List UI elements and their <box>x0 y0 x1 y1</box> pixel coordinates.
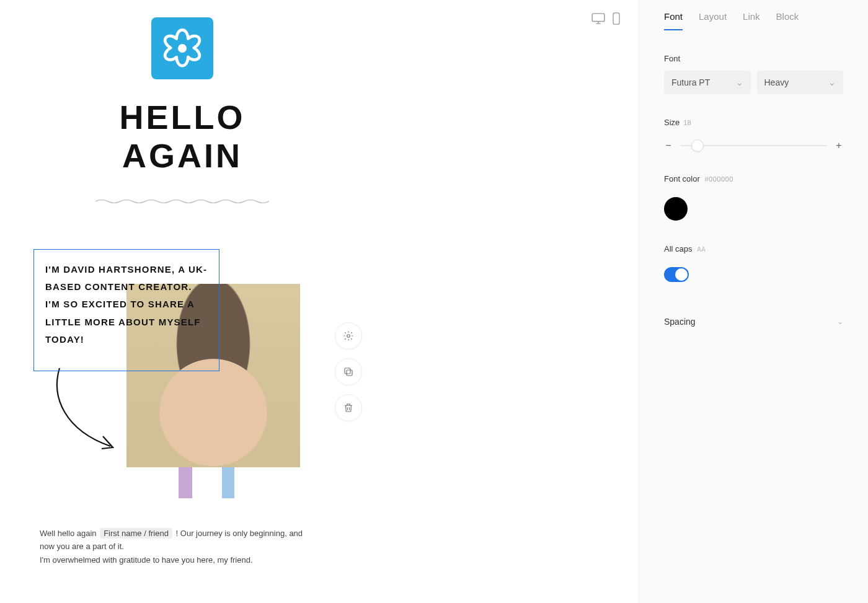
properties-sidebar: Font Layout Link Block Font Futura PT ⌄ … <box>639 0 868 603</box>
merge-tag[interactable]: First name / friend <box>100 528 172 539</box>
font-weight-value: Heavy <box>764 77 789 87</box>
device-switch <box>591 12 620 25</box>
tab-font[interactable]: Font <box>664 11 683 30</box>
body-paragraph-1: Well hello again First name / friend ! O… <box>40 527 306 553</box>
tab-layout[interactable]: Layout <box>699 11 727 30</box>
sidebar-tabs: Font Layout Link Block <box>664 0 843 30</box>
size-slider: − + <box>664 141 843 151</box>
size-section: Size 18 <box>664 118 843 127</box>
size-decrease-button[interactable]: − <box>664 141 673 151</box>
tab-block[interactable]: Block <box>776 11 799 30</box>
brand-logo <box>151 17 213 79</box>
svg-rect-4 <box>347 370 352 376</box>
wave-divider <box>95 196 269 202</box>
chevron-down-icon: ⌄ <box>837 317 843 326</box>
hero-heading[interactable]: HELLO AGAIN <box>33 98 331 175</box>
font-selects: Futura PT ⌄ Heavy ⌄ <box>664 71 843 94</box>
mobile-icon[interactable] <box>613 12 620 25</box>
size-label: Size <box>664 118 680 127</box>
intro-text: I'm David Hartshorne, a UK-based content… <box>45 261 208 348</box>
chevron-down-icon: ⌄ <box>828 77 836 87</box>
font-color-label: Font color <box>664 174 700 183</box>
block-delete-button[interactable] <box>335 394 362 421</box>
size-slider-thumb[interactable] <box>691 139 704 152</box>
font-color-hex: #000000 <box>704 175 733 183</box>
toggle-knob <box>675 268 688 281</box>
font-color-swatch[interactable] <box>664 197 688 221</box>
size-value: 18 <box>683 119 691 126</box>
body-p1-a: Well hello again <box>40 529 97 538</box>
allcaps-label: All caps <box>664 244 693 253</box>
tab-link[interactable]: Link <box>743 11 760 30</box>
block-settings-button[interactable] <box>335 322 362 350</box>
allcaps-hint: AA <box>697 246 706 253</box>
allcaps-toggle[interactable] <box>664 267 689 282</box>
editor-canvas: HELLO AGAIN I'm David Hartshorne, a UK-b… <box>0 0 639 603</box>
spacing-accordion[interactable]: Spacing ⌄ <box>664 317 843 327</box>
arrow-decoration <box>46 366 126 452</box>
spacing-label: Spacing <box>664 317 696 327</box>
size-increase-button[interactable]: + <box>835 141 843 151</box>
hero-line1: HELLO <box>120 99 246 136</box>
desktop-icon[interactable] <box>591 13 605 24</box>
chevron-down-icon: ⌄ <box>736 77 743 87</box>
allcaps-section: All caps AA <box>664 244 843 253</box>
svg-rect-1 <box>613 13 619 24</box>
body-copy[interactable]: Well hello again First name / friend ! O… <box>40 527 306 566</box>
selected-text-block[interactable]: I'm David Hartshorne, a UK-based content… <box>33 249 219 371</box>
font-weight-select[interactable]: Heavy ⌄ <box>757 71 844 94</box>
svg-point-2 <box>179 45 185 51</box>
hero-line2: AGAIN <box>122 137 242 174</box>
block-duplicate-button[interactable] <box>335 358 362 385</box>
email-content: HELLO AGAIN <box>33 6 331 202</box>
font-section-label: Font <box>664 54 843 63</box>
svg-rect-0 <box>592 14 604 22</box>
body-paragraph-2: I'm overwhelmed with gratitude to have y… <box>40 553 306 566</box>
size-slider-track[interactable] <box>680 145 827 146</box>
block-toolbar <box>335 322 362 421</box>
font-family-select[interactable]: Futura PT ⌄ <box>664 71 751 94</box>
font-family-value: Futura PT <box>671 77 710 87</box>
svg-rect-5 <box>345 368 350 374</box>
svg-point-3 <box>347 335 350 338</box>
font-color-section: Font color #000000 <box>664 174 843 183</box>
